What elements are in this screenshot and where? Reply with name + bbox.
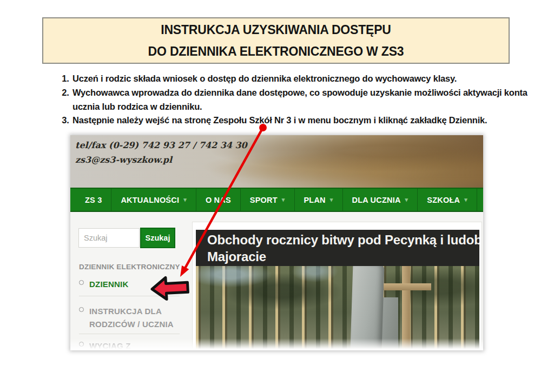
document-title-line-2: DO DZIENNIKA ELEKTRONICZNEGO W ZS3 bbox=[148, 44, 404, 59]
nav-item-label: O NAS bbox=[206, 196, 231, 204]
nav-item-dla-ucznia[interactable]: DLA UCZNIA ▾ bbox=[342, 189, 418, 211]
sidebar-item-label: DZIENNIK bbox=[89, 278, 128, 291]
red-arrow-clipart bbox=[149, 272, 191, 304]
sidebar-item-wyciag[interactable]: WYCIĄG Z REGULAMINU bbox=[79, 340, 187, 350]
sidebar-item-label: INSTRUKCJA DLA RODZICÓW / UCZNIA bbox=[89, 305, 175, 331]
chevron-down-icon: ▾ bbox=[330, 197, 333, 203]
block-arrow-left-icon bbox=[151, 276, 188, 300]
chevron-down-icon: ▾ bbox=[405, 197, 408, 203]
nav-item-label: PLAN bbox=[304, 196, 326, 204]
website-screenshot: tel/fax (0-29) 742 93 27 / 742 34 30 zs3… bbox=[70, 135, 483, 350]
nav-item-sport[interactable]: SPORT ▾ bbox=[240, 189, 294, 211]
site-email: zs3@zs3-wyszkow.pl bbox=[75, 152, 247, 167]
sidebar-item-instrukcja[interactable]: INSTRUKCJA DLA RODZICÓW / UCZNIA bbox=[79, 305, 175, 331]
article-photo-forest bbox=[196, 266, 479, 350]
nav-item-aktualnosci[interactable]: AKTUALNOŚCI ▾ bbox=[111, 189, 195, 211]
nav-item-bip[interactable]: BIP ▾ bbox=[477, 189, 483, 211]
memorial-cross bbox=[402, 266, 410, 350]
article-headline-line-1: Obchody rocznicy bitwy pod Pecynką i lud… bbox=[207, 231, 479, 248]
site-header-photo: tel/fax (0-29) 742 93 27 / 742 34 30 zs3… bbox=[70, 135, 483, 188]
chevron-down-icon: ▾ bbox=[282, 197, 285, 203]
instruction-step-1: Uczeń i rodzic składa wniosek o dostęp d… bbox=[71, 72, 537, 86]
circle-bullet-icon bbox=[79, 307, 84, 312]
monument-stone-small bbox=[382, 297, 398, 350]
nav-item-plan[interactable]: PLAN ▾ bbox=[294, 189, 342, 211]
sidebar-item-dziennik[interactable]: DZIENNIK bbox=[79, 278, 128, 291]
search-button[interactable]: Szukaj bbox=[140, 228, 175, 248]
nav-item-label: SPORT bbox=[250, 196, 278, 204]
chevron-down-icon: ▾ bbox=[183, 197, 187, 203]
nav-item-zs3[interactable]: ZS 3 bbox=[76, 189, 111, 211]
search-input[interactable] bbox=[78, 228, 140, 248]
nav-item-szkola[interactable]: SZKOŁA ▾ bbox=[417, 189, 477, 211]
document-title-line-1: INSTRUKCJA UZYSKIWANIA DOSTĘPU bbox=[161, 23, 391, 37]
site-telfax: tel/fax (0-29) 742 93 27 / 742 34 30 bbox=[75, 138, 247, 152]
nav-item-o-nas[interactable]: O NAS bbox=[196, 189, 240, 211]
article-headline-line-2: Majoracie bbox=[207, 248, 479, 265]
memorial-cross-arm bbox=[384, 283, 431, 290]
sidebar-section-title: DZIENNIK ELEKTRONICZNY bbox=[79, 263, 180, 271]
instruction-step-2: Wychowawca wprowadza do dziennika dane d… bbox=[71, 86, 537, 114]
circle-bullet-icon bbox=[79, 280, 84, 285]
nav-item-label: ZS 3 bbox=[85, 196, 102, 204]
document-page: INSTRUKCJA UZYSKIWANIA DOSTĘPU DO DZIENN… bbox=[0, 0, 554, 392]
article-headline: Obchody rocznicy bitwy pod Pecynką i lud… bbox=[196, 230, 479, 266]
document-title-box: INSTRUKCJA UZYSKIWANIA DOSTĘPU DO DZIENN… bbox=[42, 17, 510, 64]
site-contact-info: tel/fax (0-29) 742 93 27 / 742 34 30 zs3… bbox=[75, 138, 247, 167]
instruction-list: Uczeń i rodzic składa wniosek o dostęp d… bbox=[56, 72, 537, 128]
sidebar-divider bbox=[79, 334, 180, 334]
site-main-nav: ZS 3 AKTUALNOŚCI ▾ O NAS SPORT ▾ PLAN ▾ … bbox=[70, 188, 483, 212]
nav-item-label: AKTUALNOŚCI bbox=[121, 196, 179, 204]
circle-bullet-icon bbox=[79, 342, 84, 347]
nav-item-label: SZKOŁA bbox=[427, 196, 460, 204]
nav-item-label: DLA UCZNIA bbox=[352, 196, 401, 204]
sidebar-item-label: WYCIĄG Z REGULAMINU bbox=[89, 340, 187, 350]
monument-stone bbox=[350, 266, 384, 350]
chevron-down-icon: ▾ bbox=[464, 197, 467, 203]
instruction-step-3: Następnie należy wejść na stronę Zespołu… bbox=[71, 114, 537, 128]
